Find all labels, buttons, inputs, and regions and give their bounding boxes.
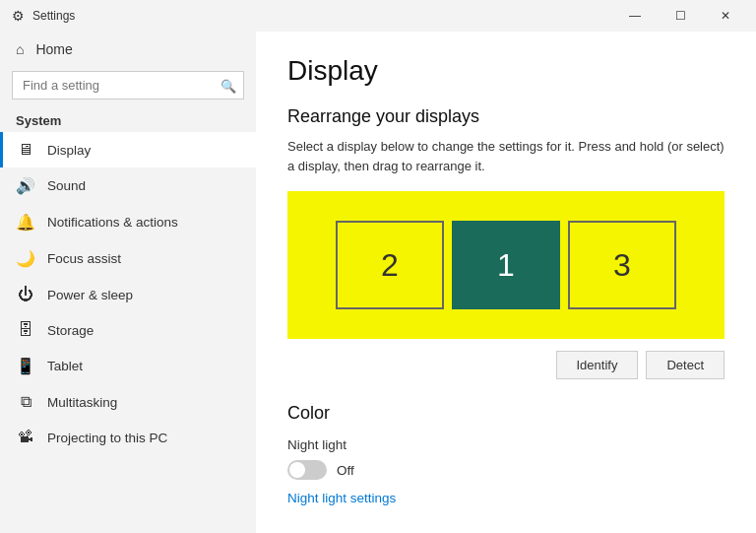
tablet-icon: 📱 <box>16 357 35 375</box>
sidebar-item-projecting-label: Projecting to this PC <box>47 431 167 445</box>
page-title: Display <box>287 55 724 87</box>
rearrange-title: Rearrange your displays <box>287 106 724 127</box>
sidebar-item-storage[interactable]: 🗄 Storage <box>0 312 256 348</box>
night-light-toggle[interactable] <box>287 460 327 480</box>
close-button[interactable]: ✕ <box>703 0 748 32</box>
night-light-toggle-row: Off <box>287 460 724 480</box>
display-box-3[interactable]: 3 <box>568 221 676 309</box>
sidebar-item-display-label: Display <box>47 143 91 158</box>
sidebar-item-power[interactable]: ⏻ Power & sleep <box>0 277 256 312</box>
night-light-settings-link[interactable]: Night light settings <box>287 491 396 505</box>
sidebar-search-container: 🔍 <box>12 71 244 100</box>
display-number-2: 2 <box>381 247 399 284</box>
identify-button[interactable]: Identify <box>556 351 639 379</box>
display-action-buttons: Identify Detect <box>287 351 724 379</box>
sidebar-item-notifications[interactable]: 🔔 Notifications & actions <box>0 204 256 240</box>
search-icon: 🔍 <box>220 78 236 93</box>
display-arrangement-area[interactable]: 2 1 3 <box>287 191 724 339</box>
sidebar-item-sound[interactable]: 🔊 Sound <box>0 167 256 204</box>
search-input[interactable] <box>12 71 244 100</box>
content-area: Display Rearrange your displays Select a… <box>256 32 756 533</box>
display-box-1[interactable]: 1 <box>452 221 560 309</box>
title-bar-controls: — ☐ ✕ <box>612 0 748 32</box>
home-icon: ⌂ <box>16 41 24 57</box>
rearrange-description: Select a display below to change the set… <box>287 137 724 175</box>
app-body: ⌂ Home 🔍 System 🖥 Display 🔊 Sound 🔔 Noti… <box>0 32 756 533</box>
sidebar-item-multitasking-label: Multitasking <box>47 395 117 410</box>
multitasking-icon: ⧉ <box>16 393 35 411</box>
sidebar-item-focus-label: Focus assist <box>47 251 121 266</box>
notifications-icon: 🔔 <box>16 213 35 232</box>
sound-icon: 🔊 <box>16 176 35 195</box>
title-bar-title: Settings <box>32 9 75 23</box>
title-bar: ⚙ Settings — ☐ ✕ <box>0 0 756 32</box>
sidebar-item-power-label: Power & sleep <box>47 288 133 302</box>
storage-icon: 🗄 <box>16 321 35 339</box>
sidebar-item-tablet[interactable]: 📱 Tablet <box>0 348 256 384</box>
night-light-status: Off <box>337 463 354 478</box>
sidebar-item-projecting[interactable]: 📽 Projecting to this PC <box>0 420 256 455</box>
display-box-2[interactable]: 2 <box>336 221 444 309</box>
display-number-3: 3 <box>613 247 631 284</box>
sidebar-item-home[interactable]: ⌂ Home <box>0 32 256 67</box>
focus-icon: 🌙 <box>16 249 35 268</box>
color-section-title: Color <box>287 403 724 424</box>
sidebar-item-sound-label: Sound <box>47 178 86 193</box>
projecting-icon: 📽 <box>16 429 35 446</box>
maximize-button[interactable]: ☐ <box>658 0 703 32</box>
night-light-label: Night light <box>287 437 724 452</box>
display-number-1: 1 <box>497 247 515 284</box>
minimize-button[interactable]: — <box>612 0 658 32</box>
sidebar: ⌂ Home 🔍 System 🖥 Display 🔊 Sound 🔔 Noti… <box>0 32 256 533</box>
sidebar-item-focus[interactable]: 🌙 Focus assist <box>0 240 256 277</box>
sidebar-item-multitasking[interactable]: ⧉ Multitasking <box>0 384 256 420</box>
display-icon: 🖥 <box>16 141 35 159</box>
sidebar-section-title: System <box>0 107 256 132</box>
sidebar-item-storage-label: Storage <box>47 323 94 338</box>
sidebar-item-tablet-label: Tablet <box>47 359 83 373</box>
sidebar-item-display[interactable]: 🖥 Display <box>0 132 256 167</box>
power-icon: ⏻ <box>16 286 35 303</box>
settings-icon: ⚙ <box>12 8 25 24</box>
detect-button[interactable]: Detect <box>646 351 724 379</box>
title-bar-left: ⚙ Settings <box>12 8 75 24</box>
sidebar-item-notifications-label: Notifications & actions <box>47 215 178 230</box>
sidebar-home-label: Home <box>35 41 72 57</box>
